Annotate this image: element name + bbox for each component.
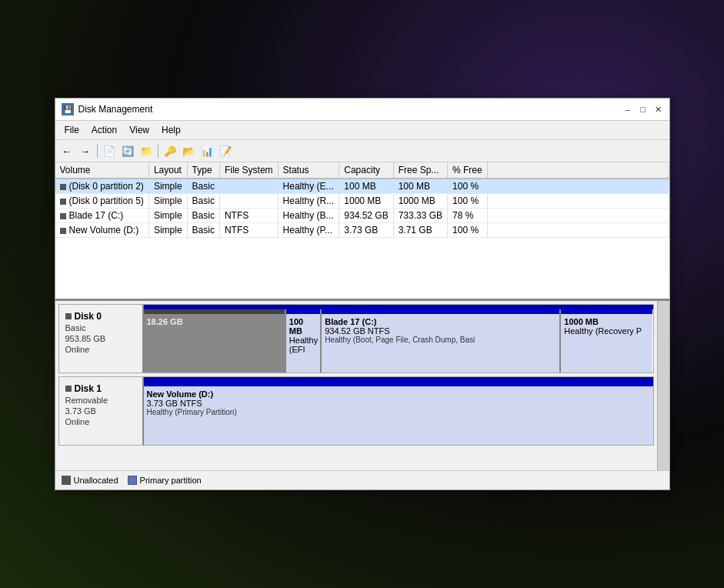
cell-status: Healthy (R...: [278, 194, 339, 209]
menu-bar: File Action View Help: [55, 121, 669, 140]
partition-block-0-3[interactable]: 1000 MB Healthy (Recovery P: [561, 309, 652, 373]
cell-status: Healthy (P...: [278, 223, 339, 238]
disk-management-window: 💾 Disk Management – □ ✕ File Action View…: [55, 98, 670, 490]
cell-filesystem: NTFS: [219, 223, 278, 238]
table-row[interactable]: Blade 17 (C:) Simple Basic NTFS Healthy …: [55, 209, 669, 223]
part-name-0-2: Blade 17 (C:): [325, 317, 556, 326]
partition-button[interactable]: 📝: [217, 142, 234, 159]
settings-button[interactable]: 📂: [180, 142, 197, 159]
cell-filesystem: [219, 194, 278, 209]
disk-label-0: Disk 0 Basic 953.85 GB Online: [59, 305, 144, 373]
col-volume[interactable]: Volume: [55, 162, 149, 179]
table-row[interactable]: New Volume (D:) Simple Basic NTFS Health…: [55, 223, 669, 238]
disk-row-0: Disk 0 Basic 953.85 GB Online 18.26 GB 1…: [58, 304, 654, 373]
cell-filesystem: NTFS: [219, 209, 278, 223]
part-name-0-3: 1000 MB: [564, 317, 649, 326]
title-bar-left: 💾 Disk Management: [62, 103, 153, 115]
vertical-scrollbar[interactable]: [657, 301, 669, 470]
disk-icon-0: [65, 313, 72, 319]
table-row[interactable]: (Disk 0 partition 2) Simple Basic Health…: [55, 179, 669, 194]
disk-partitions-1: New Volume (D:) 3.73 GB NTFS Healthy (Pr…: [144, 377, 653, 445]
cell-layout: Simple: [148, 209, 187, 223]
col-layout[interactable]: Layout: [148, 162, 187, 179]
extend-button[interactable]: 📁: [138, 142, 155, 159]
volume-table: Volume Layout Type File System Status Ca…: [55, 162, 669, 238]
close-button[interactable]: ✕: [654, 105, 663, 114]
cell-type: Basic: [187, 223, 219, 238]
legend-primary-label: Primary partition: [140, 476, 202, 485]
disk-status-0: Online: [65, 345, 136, 354]
part-size-0-1: Healthy (EFI: [289, 336, 317, 354]
partition-block-0-2[interactable]: Blade 17 (C:) 934.52 GB NTFS Healthy (Bo…: [322, 309, 561, 373]
disk-properties-button[interactable]: 📄: [101, 142, 118, 159]
cell-free: 100 MB: [393, 179, 447, 194]
part-desc-1-0: Healthy (Primary Partition): [147, 408, 650, 416]
table-row[interactable]: (Disk 0 partition 5) Simple Basic Health…: [55, 194, 669, 209]
part-size-0-2: 934.52 GB NTFS: [325, 326, 556, 336]
partition-block-1-0[interactable]: New Volume (D:) 3.73 GB NTFS Healthy (Pr…: [144, 382, 653, 445]
partition-block-0-0[interactable]: 18.26 GB: [144, 309, 286, 373]
toolbar-separator-1: [97, 144, 98, 158]
col-extra: [487, 162, 669, 179]
partitions-row-0: 18.26 GB 100 MB Healthy (EFI Blade 17 (C…: [144, 309, 653, 373]
cell-capacity: 934.52 GB: [339, 209, 393, 223]
cell-type: Basic: [187, 209, 219, 223]
cell-volume: New Volume (D:): [55, 223, 149, 238]
col-pct[interactable]: % Free: [448, 162, 488, 179]
col-status[interactable]: Status: [278, 162, 339, 179]
cell-pct: 78 %: [448, 209, 488, 223]
cell-pct: 100 %: [448, 223, 488, 238]
disk-icon-1: [65, 386, 72, 392]
title-bar: 💾 Disk Management – □ ✕: [55, 99, 669, 121]
cell-extra: [487, 209, 669, 223]
disk-status-1: Online: [65, 417, 136, 426]
part-stripe-1-0: [144, 382, 653, 386]
disk-name-0: Disk 0: [65, 311, 136, 322]
rescan-button[interactable]: 🔄: [119, 142, 136, 159]
part-desc-0-2: Healthy (Boot, Page File, Crash Dump, Ba…: [325, 336, 556, 344]
menu-action[interactable]: Action: [85, 122, 123, 138]
cell-extra: [487, 194, 669, 209]
part-size-0-3: Healthy (Recovery P: [564, 326, 649, 336]
cell-status: Healthy (E...: [278, 179, 339, 194]
legend-unallocated-box: [62, 476, 71, 485]
col-type[interactable]: Type: [187, 162, 219, 179]
window-title: Disk Management: [78, 104, 153, 115]
cell-free: 733.33 GB: [393, 209, 447, 223]
cell-pct: 100 %: [448, 179, 488, 194]
cell-layout: Simple: [148, 179, 187, 194]
cell-extra: [487, 179, 669, 194]
part-name-0-1: 100 MB: [289, 317, 317, 336]
cell-layout: Simple: [148, 194, 187, 209]
menu-help[interactable]: Help: [155, 122, 187, 138]
legend-primary-box: [128, 476, 137, 485]
legend-unallocated: Unallocated: [62, 476, 118, 485]
format-button[interactable]: 📊: [199, 142, 215, 159]
volume-table-panel: Volume Layout Type File System Status Ca…: [55, 162, 669, 301]
legend-unallocated-label: Unallocated: [74, 476, 118, 485]
toolbar: ← → 📄 🔄 📁 🔑 📂 📊 📝: [55, 140, 669, 162]
cell-filesystem: [219, 179, 278, 194]
partition-block-0-1[interactable]: 100 MB Healthy (EFI: [286, 309, 322, 373]
cell-volume: (Disk 0 partition 5): [55, 194, 149, 209]
part-stripe-0-3: [561, 309, 652, 314]
col-free[interactable]: Free Sp...: [393, 162, 447, 179]
menu-view[interactable]: View: [123, 122, 155, 138]
legend-primary: Primary partition: [128, 476, 202, 485]
col-capacity[interactable]: Capacity: [339, 162, 393, 179]
maximize-button[interactable]: □: [639, 105, 648, 114]
cell-volume: (Disk 0 partition 2): [55, 179, 149, 194]
cell-type: Basic: [187, 179, 219, 194]
lower-area: Disk 0 Basic 953.85 GB Online 18.26 GB 1…: [55, 301, 669, 470]
disk-size-0: 953.85 GB: [65, 334, 136, 343]
menu-file[interactable]: File: [58, 122, 85, 138]
forward-button[interactable]: →: [77, 142, 94, 159]
back-button[interactable]: ←: [58, 142, 75, 159]
disk-row-1: Disk 1 Removable 3.73 GB Online New Volu…: [58, 376, 654, 446]
toolbar-separator-2: [158, 144, 158, 158]
minimize-button[interactable]: –: [623, 105, 632, 114]
col-filesystem[interactable]: File System: [219, 162, 278, 179]
disk-type-1: Removable: [65, 396, 136, 405]
cell-capacity: 1000 MB: [339, 194, 393, 209]
help-button[interactable]: 🔑: [162, 142, 178, 159]
